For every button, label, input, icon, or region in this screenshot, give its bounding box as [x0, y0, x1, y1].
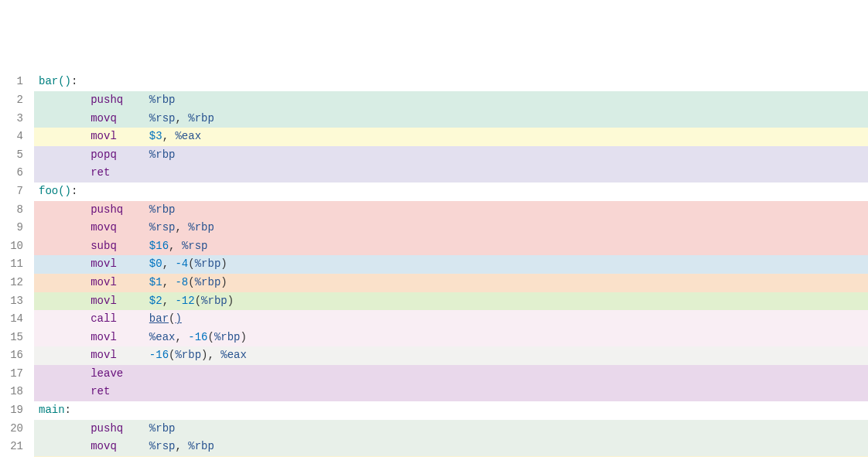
code-line[interactable]: 11 movl $0, -4(%rbp) — [0, 255, 868, 274]
code-content: movl $3, %eax — [34, 128, 868, 146]
code-content: main: — [34, 401, 868, 420]
code-content: movq %rsp, %rbp — [34, 110, 868, 128]
code-content: pushq %rbp — [34, 420, 868, 438]
code-line[interactable]: 5 popq %rbp — [0, 146, 868, 165]
code-token: popq — [91, 148, 117, 161]
code-line[interactable]: 2 pushq %rbp — [0, 91, 868, 110]
code-content: movl $1, -8(%rbp) — [34, 274, 868, 292]
code-token: ( — [207, 331, 214, 343]
code-token: ret — [91, 385, 110, 397]
code-token: ret — [91, 166, 110, 179]
code-content: movl $0, -4(%rbp) — [34, 255, 868, 274]
code-line[interactable]: 19main: — [0, 401, 868, 420]
code-token: movl — [91, 295, 117, 307]
code-token: -16 — [149, 349, 169, 361]
code-line[interactable]: 18 ret — [0, 383, 868, 401]
code-token: bar — [39, 75, 58, 87]
code-line[interactable]: 15 movl %eax, -16(%rbp) — [0, 329, 868, 347]
code-token: %rbp — [195, 257, 221, 270]
code-token: %rbp — [149, 203, 176, 216]
code-content: movl %eax, -16(%rbp) — [34, 329, 868, 347]
code-token: movl — [91, 130, 117, 142]
line-number: 18 — [0, 383, 34, 401]
code-token: movq — [91, 221, 117, 234]
code-line[interactable]: 10 subq $16, %rsp — [0, 237, 868, 256]
code-line[interactable]: 17 leave — [0, 365, 868, 384]
code-line[interactable]: 14 call bar() — [0, 310, 868, 329]
code-content: movq %rsp, %rbp — [34, 438, 868, 456]
code-token: call — [91, 312, 117, 325]
line-number: 5 — [0, 146, 34, 165]
code-token: %eax — [175, 130, 201, 142]
code-content: leave — [34, 365, 868, 384]
code-line[interactable]: 20 pushq %rbp — [0, 420, 868, 438]
code-token: $2 — [149, 295, 162, 307]
code-token: -16 — [188, 331, 207, 343]
code-token: %eax — [149, 331, 176, 343]
code-token: pushq — [91, 422, 123, 435]
code-token: , — [162, 257, 176, 270]
code-line[interactable]: 8 pushq %rbp — [0, 201, 868, 220]
line-number: 2 — [0, 91, 34, 110]
code-token: %rbp — [149, 94, 176, 106]
code-token: %rbp — [195, 276, 221, 288]
code-token: -8 — [175, 276, 188, 288]
code-line[interactable]: 12 movl $1, -8(%rbp) — [0, 274, 868, 292]
code-token: %rbp — [188, 440, 214, 452]
code-token: movl — [91, 276, 117, 288]
code-token: , — [162, 276, 176, 288]
code-token: , — [162, 295, 176, 307]
code-content: movq %rsp, %rbp — [34, 219, 868, 237]
code-token: %rbp — [175, 349, 201, 361]
code-line[interactable]: 9 movq %rsp, %rbp — [0, 219, 868, 237]
code-token: %rbp — [149, 148, 176, 161]
code-content: popq %rbp — [34, 146, 868, 165]
code-token: %eax — [220, 349, 247, 361]
code-token: ( — [188, 257, 194, 270]
code-line[interactable]: 16 movl -16(%rbp), %eax — [0, 346, 868, 365]
line-number: 17 — [0, 365, 34, 384]
line-number: 16 — [0, 346, 34, 365]
code-token: movl — [91, 331, 117, 343]
code-token: $3 — [149, 130, 162, 142]
code-token: $16 — [149, 240, 169, 252]
line-number: 21 — [0, 438, 34, 456]
code-content: foo(): — [34, 182, 868, 201]
code-line[interactable]: 13 movl $2, -12(%rbp) — [0, 292, 868, 311]
code-content: bar(): — [34, 73, 868, 91]
code-line[interactable]: 1bar(): — [0, 73, 868, 91]
code-token: movl — [91, 349, 117, 361]
code-content: subq $16, %rsp — [34, 237, 868, 256]
code-token: , — [207, 349, 220, 361]
code-token: %rsp — [182, 240, 208, 252]
code-token: , — [175, 221, 188, 234]
code-token: %rbp — [149, 422, 176, 435]
code-token: () — [58, 75, 71, 87]
code-line[interactable]: 6 ret — [0, 164, 868, 182]
code-content: pushq %rbp — [34, 201, 868, 220]
code-token: : — [71, 185, 77, 197]
code-token: ) — [220, 276, 227, 288]
code-content: ret — [34, 164, 868, 182]
code-content: ret — [34, 383, 868, 401]
code-token: movq — [91, 440, 117, 452]
code-token: $0 — [149, 257, 162, 270]
line-number: 12 — [0, 274, 34, 292]
line-number: 19 — [0, 401, 34, 420]
code-token: subq — [91, 240, 117, 252]
code-line[interactable]: 3 movq %rsp, %rbp — [0, 110, 868, 128]
code-line[interactable]: 21 movq %rsp, %rbp — [0, 438, 868, 456]
code-token: %rbp — [201, 295, 227, 307]
line-number: 13 — [0, 292, 34, 311]
code-content: call bar() — [34, 310, 868, 329]
code-content: pushq %rbp — [34, 91, 868, 110]
code-token: ) — [175, 312, 181, 325]
code-line[interactable]: 7foo(): — [0, 182, 868, 201]
code-token: %rbp — [188, 112, 214, 124]
code-line[interactable]: 4 movl $3, %eax — [0, 128, 868, 146]
line-number: 3 — [0, 110, 34, 128]
code-content: movl $2, -12(%rbp) — [34, 292, 868, 311]
code-token: movq — [91, 112, 117, 124]
line-number: 7 — [0, 182, 34, 201]
code-token: foo — [39, 185, 58, 197]
